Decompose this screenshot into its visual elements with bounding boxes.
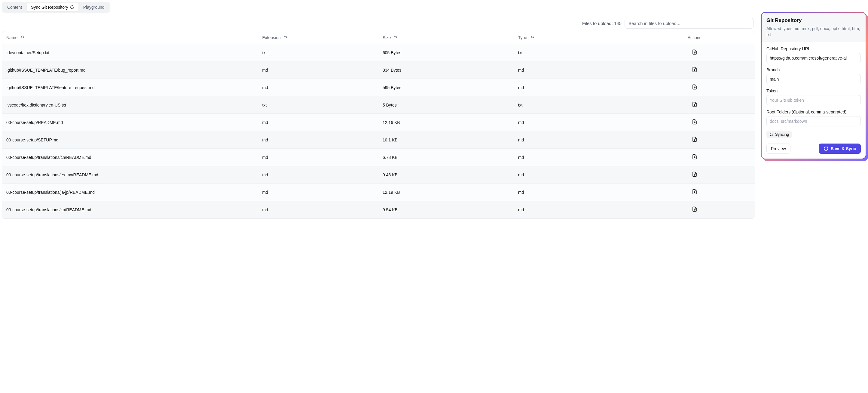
cell-name: 00-course-setup/translations/ko/README.m… [2,201,258,219]
file-download-icon [692,171,697,178]
table-row: .github/ISSUE_TEMPLATE/feature_request.m… [2,79,755,96]
cell-size: 5 Bytes [378,96,514,114]
file-download-icon [692,102,697,108]
cell-type: md [514,114,634,131]
cell-type: txt [514,96,634,114]
download-file-button[interactable] [691,48,699,57]
cell-type: txt [514,44,634,61]
cell-size: 9.54 KB [378,201,514,219]
tab-playground-label: Playground [83,5,104,10]
download-file-button[interactable] [691,118,699,127]
file-download-icon [692,49,697,56]
save-sync-button[interactable]: Save & Sync [819,144,861,154]
cell-type: md [514,131,634,149]
cell-size: 10.1 KB [378,131,514,149]
tab-content[interactable]: Content [3,3,26,11]
col-header-size-label: Size [382,35,391,40]
cell-extension: md [258,184,378,201]
sort-icon [394,35,398,40]
download-file-button[interactable] [691,205,699,214]
cell-name: 00-course-setup/translations/cn/README.m… [2,149,258,166]
branch-label: Branch [767,67,861,72]
download-file-button[interactable] [691,188,699,196]
syncing-badge: Syncing [767,131,792,138]
sort-icon [530,35,534,40]
file-download-icon [692,119,697,125]
search-input[interactable] [625,18,754,29]
download-file-button[interactable] [691,65,699,74]
token-input[interactable] [767,95,861,105]
cell-extension: md [258,79,378,96]
refresh-icon [824,146,828,151]
url-label: GitHub Repository URL [767,46,861,51]
sort-icon [284,35,288,40]
col-header-actions-label: Actions [688,35,702,40]
cell-size: 12.16 KB [378,114,514,131]
file-download-icon [692,84,697,91]
cell-name: 00-course-setup/translations/es-mx/READM… [2,166,258,184]
table-row: .vscode/ltex.dictionary.en-US.txttxt5 By… [2,96,755,114]
table-row: 00-course-setup/translations/ja-jp/READM… [2,184,755,201]
cell-type: md [514,79,634,96]
root-folders-input[interactable] [767,116,861,127]
cell-extension: md [258,201,378,219]
cell-extension: md [258,114,378,131]
cell-size: 834 Bytes [378,61,514,79]
github-url-input[interactable] [767,53,861,63]
git-repo-panel: Git Repository Allowed types md, mdx, pd… [761,12,866,159]
token-label: Token [767,88,861,93]
col-header-name-label: Name [6,35,18,40]
file-download-icon [692,137,697,143]
cell-extension: md [258,166,378,184]
sort-icon [21,35,25,40]
cell-name: .github/ISSUE_TEMPLATE/feature_request.m… [2,79,258,96]
col-header-size[interactable]: Size [382,35,398,40]
files-table: Name Extension Size [2,31,755,219]
col-header-name[interactable]: Name [6,35,25,40]
tab-sync-git-label: Sync Git Repository [31,5,68,10]
download-file-button[interactable] [691,101,699,109]
cell-name: 00-course-setup/README.md [2,114,258,131]
cell-extension: md [258,149,378,166]
files-count-label: Files to upload: 145 [582,21,622,26]
tabs-bar: Content Sync Git Repository Playground [2,2,110,12]
cell-name: 00-course-setup/SETUP.md [2,131,258,149]
cell-size: 6.78 KB [378,149,514,166]
cell-type: md [514,149,634,166]
download-file-button[interactable] [691,83,699,92]
cell-name: 00-course-setup/translations/ja-jp/READM… [2,184,258,201]
cell-size: 12.19 KB [378,184,514,201]
cell-name: .vscode/ltex.dictionary.en-US.txt [2,96,258,114]
table-row: .devcontainer/Setup.txttxt605 Bytestxt [2,44,755,61]
preview-button-label: Preview [771,146,786,151]
col-header-type[interactable]: Type [518,35,534,40]
root-folders-label: Root Folders (Optional, comma-separated) [767,110,861,114]
cell-extension: txt [258,96,378,114]
table-row: 00-course-setup/translations/ko/README.m… [2,201,755,219]
col-header-extension-label: Extension [262,35,280,40]
cell-type: md [514,166,634,184]
table-row: 00-course-setup/README.mdmd12.16 KBmd [2,114,755,131]
preview-button[interactable]: Preview [767,144,790,154]
panel-title: Git Repository [767,18,861,24]
cell-extension: md [258,61,378,79]
download-file-button[interactable] [691,153,699,162]
cell-type: md [514,61,634,79]
download-file-button[interactable] [691,170,699,179]
file-download-icon [692,206,697,213]
tab-content-label: Content [7,5,22,10]
download-file-button[interactable] [691,135,699,144]
col-header-extension[interactable]: Extension [262,35,288,40]
tab-sync-git[interactable]: Sync Git Repository [27,3,79,11]
branch-input[interactable] [767,74,861,84]
cell-size: 9.48 KB [378,166,514,184]
tab-playground[interactable]: Playground [79,3,109,11]
save-sync-button-label: Save & Sync [831,146,856,151]
panel-subtitle: Allowed types md, mdx, pdf, docx, pptx, … [767,26,861,38]
cell-extension: txt [258,44,378,61]
col-header-type-label: Type [518,35,527,40]
cell-name: .devcontainer/Setup.txt [2,44,258,61]
cell-size: 595 Bytes [378,79,514,96]
table-row: 00-course-setup/translations/es-mx/READM… [2,166,755,184]
cell-extension: md [258,131,378,149]
